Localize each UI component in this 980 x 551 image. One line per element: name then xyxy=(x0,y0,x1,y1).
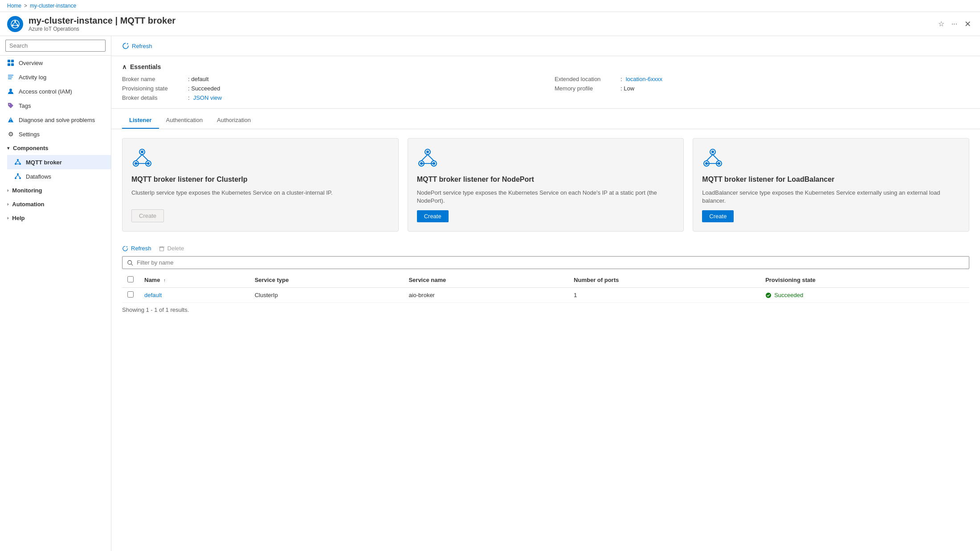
svg-point-57 xyxy=(128,261,132,265)
refresh-button[interactable]: Refresh xyxy=(122,41,152,51)
section-label: Automation xyxy=(12,201,44,208)
sidebar-item-access-control[interactable]: Access control (IAM) xyxy=(0,84,111,98)
breadcrumb-home[interactable]: Home xyxy=(7,3,21,9)
page-header: my-cluster-instance | MQTT broker Azure … xyxy=(0,12,980,36)
chevron-down-icon: ▾ xyxy=(7,146,9,151)
row-num-ports-cell: 1 xyxy=(568,288,760,303)
close-button[interactable]: ✕ xyxy=(963,17,973,31)
refresh-icon xyxy=(122,42,129,49)
svg-rect-8 xyxy=(11,60,14,62)
card-icon-loadbalancer xyxy=(702,147,960,170)
card-title-loadbalancer: MQTT broker listener for LoadBalancer xyxy=(702,176,960,184)
filter-input[interactable] xyxy=(137,259,964,266)
tab-authorization[interactable]: Authorization xyxy=(210,112,258,129)
listener-cards: MQTT broker listener for ClusterIp Clust… xyxy=(111,129,980,241)
sidebar: Overview Activity log Access control (IA… xyxy=(0,36,111,551)
sidebar-search-container xyxy=(0,36,111,56)
svg-line-25 xyxy=(18,175,20,177)
table-delete-button[interactable]: Delete xyxy=(159,245,184,252)
svg-line-30 xyxy=(142,155,148,161)
location-link[interactable]: location-6xxxx xyxy=(626,76,662,82)
sort-icon: ↑ xyxy=(163,278,166,283)
svg-rect-13 xyxy=(8,78,12,79)
svg-rect-53 xyxy=(159,247,163,251)
sidebar-section-components[interactable]: ▾ Components xyxy=(0,141,111,155)
svg-line-39 xyxy=(428,155,434,161)
activity-log-icon xyxy=(7,73,14,81)
filter-search-icon xyxy=(127,260,133,266)
card-nodeport: MQTT broker listener for NodePort NodePo… xyxy=(408,138,684,232)
svg-point-51 xyxy=(705,162,708,165)
essentials-header[interactable]: ∧ Essentials xyxy=(122,63,969,70)
sidebar-item-dataflows[interactable]: Dataflows xyxy=(7,169,111,184)
essentials-row-provisioning: Provisioning state : Succeeded xyxy=(122,85,537,92)
create-nodeport-button[interactable]: Create xyxy=(417,210,449,222)
chevron-right-icon: › xyxy=(7,202,8,207)
sidebar-section-help[interactable]: › Help xyxy=(0,211,111,225)
row-checkbox[interactable] xyxy=(127,291,134,298)
svg-rect-10 xyxy=(11,63,14,66)
card-desc-loadbalancer: LoadBalancer service type exposes the Ku… xyxy=(702,189,960,205)
sidebar-item-mqtt-broker[interactable]: MQTT broker xyxy=(7,155,111,169)
sidebar-item-diagnose[interactable]: Diagnose and solve problems xyxy=(0,113,111,127)
success-icon xyxy=(765,292,772,298)
select-all-checkbox[interactable] xyxy=(127,276,134,282)
row-provisioning-state-cell: Succeeded xyxy=(760,288,969,303)
essentials-section: ∧ Essentials Broker name : default Provi… xyxy=(111,56,980,109)
card-clusterip: MQTT broker listener for ClusterIp Clust… xyxy=(122,138,399,232)
components-sub: MQTT broker Dataflows xyxy=(0,155,111,184)
svg-point-21 xyxy=(17,173,19,175)
resource-icon xyxy=(7,16,23,32)
svg-point-22 xyxy=(15,177,16,179)
search-input[interactable] xyxy=(5,40,106,52)
svg-point-14 xyxy=(9,89,12,91)
tab-authentication[interactable]: Authentication xyxy=(159,112,210,129)
card-title-nodeport: MQTT broker listener for NodePort xyxy=(417,176,675,184)
svg-line-4 xyxy=(13,22,16,24)
card-desc-clusterip: ClusterIp service type exposes the Kuber… xyxy=(131,189,389,197)
svg-point-33 xyxy=(135,162,137,165)
svg-point-52 xyxy=(718,162,720,165)
sidebar-item-tags[interactable]: Tags xyxy=(0,98,111,113)
sidebar-item-label: MQTT broker xyxy=(26,159,62,166)
table-section: Refresh Delete xyxy=(111,241,980,317)
col-provisioning-state: Provisioning state xyxy=(760,273,969,288)
create-clusterip-button[interactable]: Create xyxy=(131,209,164,222)
card-loadbalancer: MQTT broker listener for LoadBalancer Lo… xyxy=(693,138,969,232)
sidebar-item-label: Activity log xyxy=(19,74,46,81)
overview-icon xyxy=(7,59,14,66)
sidebar-section-automation[interactable]: › Automation xyxy=(0,197,111,211)
row-checkbox-cell xyxy=(122,288,139,303)
card-desc-nodeport: NodePort service type exposes the Kubern… xyxy=(417,189,675,205)
essentials-grid: Broker name : default Provisioning state… xyxy=(122,76,969,101)
svg-point-50 xyxy=(711,151,714,153)
broker-details-label: Broker details xyxy=(122,94,184,101)
table-refresh-button[interactable]: Refresh xyxy=(122,245,151,252)
json-view-link[interactable]: JSON view xyxy=(193,94,222,101)
svg-line-38 xyxy=(421,155,428,161)
card-icon-nodeport xyxy=(417,147,675,170)
row-service-name-cell: aio-broker xyxy=(403,288,568,303)
svg-line-29 xyxy=(136,155,142,161)
svg-line-48 xyxy=(713,155,719,161)
svg-rect-9 xyxy=(8,63,10,66)
row-name-cell: default xyxy=(139,288,249,303)
refresh-label: Refresh xyxy=(132,43,152,49)
svg-point-43 xyxy=(433,162,435,165)
sidebar-section-monitoring[interactable]: › Monitoring xyxy=(0,184,111,197)
sidebar-item-overview[interactable]: Overview xyxy=(0,56,111,70)
main-content: Refresh ∧ Essentials Broker name : defau… xyxy=(111,36,980,551)
sidebar-item-activity-log[interactable]: Activity log xyxy=(0,70,111,84)
ext-location-label: Extended location xyxy=(555,76,617,82)
create-loadbalancer-button[interactable]: Create xyxy=(702,210,734,222)
essentials-right: Extended location : location-6xxxx Memor… xyxy=(555,76,969,101)
svg-point-42 xyxy=(420,162,423,165)
essentials-row-memory: Memory profile : Low xyxy=(555,85,969,92)
row-name-link[interactable]: default xyxy=(144,292,162,298)
more-options-button[interactable]: ··· xyxy=(950,18,959,30)
favorite-button[interactable]: ☆ xyxy=(936,18,946,30)
main-toolbar: Refresh xyxy=(111,36,980,56)
showing-text: Showing 1 - 1 of 1 results. xyxy=(122,303,969,317)
sidebar-item-settings[interactable]: ⚙ Settings xyxy=(0,127,111,141)
tab-listener[interactable]: Listener xyxy=(122,112,159,129)
